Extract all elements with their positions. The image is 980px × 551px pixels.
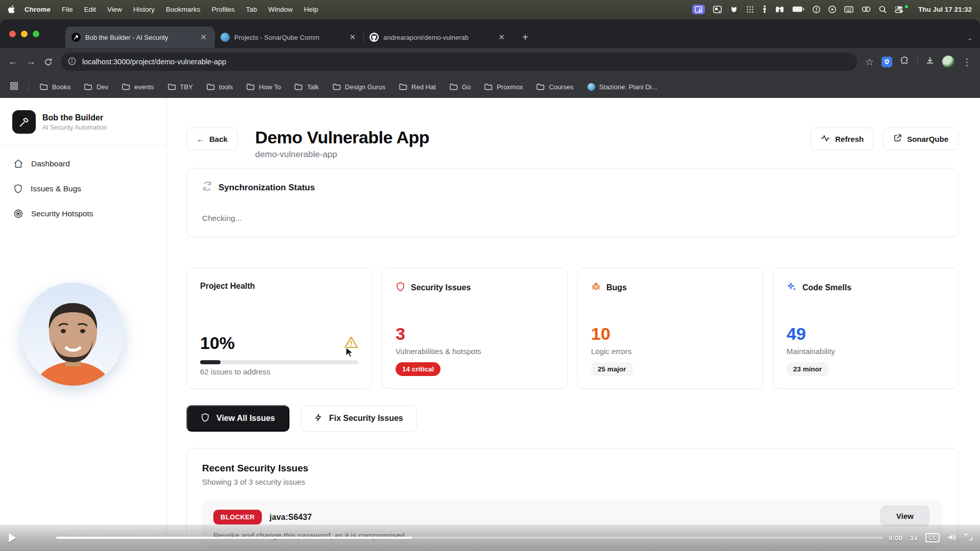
url-text[interactable]: localhost:3000/project/demo-vulnerable-a… (82, 58, 226, 66)
major-badge: 25 major (591, 362, 633, 376)
bug-icon (591, 282, 601, 293)
back-button[interactable]: ← Back (186, 128, 238, 150)
translate-camera-icon[interactable] (713, 6, 722, 13)
bugs-card: Bugs 10 Logic errors 25 major (577, 268, 763, 389)
forward-nav-icon[interactable]: → (26, 56, 36, 67)
tab-close-icon[interactable]: ✕ (199, 33, 208, 42)
bookmark-folder-proxmox[interactable]: Proxmox (484, 83, 523, 91)
bookmark-folder-events[interactable]: events (122, 83, 154, 91)
bookmark-folder-tools[interactable]: tools (207, 83, 233, 91)
playback-speed-button[interactable]: 1x (910, 534, 918, 542)
video-player-controls: 8:00 1x CC (0, 524, 980, 551)
fullscreen-icon[interactable] (964, 533, 973, 542)
tab-search-chevron-icon[interactable]: ⌄ (967, 34, 973, 42)
bookmark-folder-courses[interactable]: Courses (536, 83, 573, 91)
tab-bob-the-builder[interactable]: Bob the Builder - AI Security ✕ (65, 27, 214, 48)
menubar-item-help[interactable]: Help (298, 6, 324, 13)
bookmark-folder-books[interactable]: Books (40, 83, 70, 91)
keyboard-icon[interactable] (844, 6, 853, 13)
video-progress-fill (56, 537, 412, 539)
bugs-subtitle: Logic errors (591, 347, 749, 356)
apple-icon[interactable] (8, 5, 16, 14)
menubar-clock[interactable]: Thu Jul 17 21:32 (918, 6, 972, 13)
sidebar-item-issues-bugs[interactable]: Issues & Bugs (13, 184, 153, 194)
code-smells-value: 49 (787, 324, 945, 344)
main-panel: ← Back Demo Vulnerable App demo-vulnerab… (167, 98, 980, 551)
minor-badge: 23 minor (787, 362, 828, 376)
menubar-item-profiles[interactable]: Profiles (206, 6, 240, 13)
menubar-item-tab[interactable]: Tab (240, 6, 263, 13)
bookmark-folder-go[interactable]: Go (450, 83, 471, 91)
volume-icon[interactable] (947, 533, 957, 543)
app-subtitle: AI Security Automation (42, 124, 107, 131)
tab-github[interactable]: andrearaponi/demo-vulnerab ✕ (363, 27, 512, 48)
back-nav-icon[interactable]: ← (8, 56, 18, 67)
bookmark-folder-tby[interactable]: TBY (168, 83, 193, 91)
tab-close-icon[interactable]: ✕ (348, 33, 357, 42)
tab-sonarqube[interactable]: Projects - SonarQube Comm ✕ (214, 27, 363, 48)
link-chain-icon[interactable] (862, 6, 871, 12)
menubar-item-edit[interactable]: Edit (79, 6, 102, 13)
view-issue-button[interactable]: View (880, 506, 929, 527)
chrome-menu-icon[interactable]: ⋮ (962, 56, 972, 68)
reload-icon[interactable] (44, 58, 53, 66)
pet-app-icon[interactable] (730, 6, 738, 13)
refresh-button[interactable]: Refresh (811, 128, 874, 150)
shield-icon (201, 413, 210, 424)
downloads-icon[interactable] (925, 56, 935, 67)
sync-icon (202, 181, 212, 194)
sidebar-item-security-hotspots[interactable]: Security Hotspots (13, 209, 153, 219)
health-value: 10% (200, 333, 235, 353)
browser-profile-avatar[interactable] (942, 56, 954, 68)
health-progress-fill (200, 360, 220, 364)
address-bar[interactable]: localhost:3000/project/demo-vulnerable-a… (61, 53, 857, 71)
recent-subtitle: Showing 3 of 3 security issues (202, 478, 943, 486)
control-center-icon[interactable] (895, 6, 903, 13)
menubar-item-bookmarks[interactable]: Bookmarks (160, 6, 206, 13)
close-window-button[interactable] (9, 31, 16, 37)
spotlight-search-icon[interactable] (879, 6, 887, 13)
play-circle-icon[interactable] (828, 6, 836, 13)
menubar-item-view[interactable]: View (102, 6, 128, 13)
bookmark-stazione[interactable]: Stazione: Piani Di... (587, 83, 657, 91)
binoculars-icon[interactable] (775, 6, 784, 13)
sonarqube-button[interactable]: SonarQube (883, 128, 959, 150)
new-tab-button[interactable]: + (517, 29, 534, 46)
recent-title: Recent Security Issues (202, 463, 943, 474)
sidebar-nav: Dashboard Issues & Bugs Security Hotspot… (0, 145, 166, 232)
menubar-item-history[interactable]: History (128, 6, 160, 13)
bookmark-folder-dev[interactable]: Dev (84, 83, 108, 91)
view-all-issues-button[interactable]: View All Issues (186, 405, 289, 432)
site-info-icon[interactable] (68, 57, 76, 67)
menubar-item-file[interactable]: File (56, 6, 79, 13)
screen-sharing-icon[interactable] (692, 5, 705, 14)
sidebar-item-dashboard[interactable]: Dashboard (13, 159, 153, 169)
fix-security-issues-button[interactable]: Fix Security Issues (301, 405, 417, 432)
page-header: ← Back Demo Vulnerable App demo-vulnerab… (186, 128, 959, 160)
bookmark-folder-talk[interactable]: Talk (295, 83, 318, 91)
extensions-puzzle-icon[interactable] (900, 56, 910, 68)
battery-icon[interactable] (792, 6, 804, 12)
code-smells-card: Code Smells 49 Maintainability 23 minor (773, 268, 959, 389)
grid-dots-icon[interactable] (746, 6, 754, 13)
apps-grid-icon[interactable] (10, 82, 18, 91)
sync-status-card: Synchronization Status Checking... (186, 168, 959, 237)
bookmark-star-icon[interactable]: ☆ (865, 56, 874, 68)
play-icon[interactable] (9, 533, 16, 542)
tab-close-icon[interactable]: ✕ (497, 33, 506, 42)
captions-button[interactable]: CC (925, 533, 940, 542)
macos-menubar: Chrome File Edit View History Bookmarks … (0, 0, 980, 18)
password-manager-extension-icon[interactable] (881, 57, 892, 67)
accessibility-figure-icon[interactable] (762, 5, 767, 13)
health-progress-track (200, 360, 358, 364)
alert-circle-icon[interactable] (813, 6, 820, 13)
video-progress-track[interactable] (56, 537, 883, 539)
menubar-item-chrome[interactable]: Chrome (19, 6, 56, 13)
bookmark-folder-how-to[interactable]: How To (247, 83, 281, 91)
minimize-window-button[interactable] (21, 31, 28, 37)
tab-title: Bob the Builder - AI Security (85, 34, 194, 41)
zoom-window-button[interactable] (33, 31, 39, 37)
bookmark-folder-red-hat[interactable]: Red Hat (399, 83, 436, 91)
bookmark-folder-design-gurus[interactable]: Design Gurus (333, 83, 385, 91)
menubar-item-window[interactable]: Window (262, 6, 298, 13)
